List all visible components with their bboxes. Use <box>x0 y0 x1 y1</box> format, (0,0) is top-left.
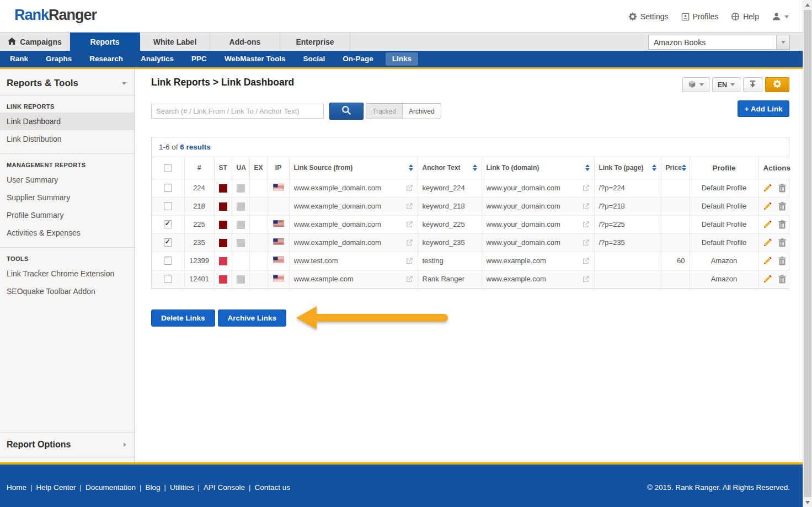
sidebar-report-options[interactable]: Report Options <box>0 432 134 457</box>
subnav-item-on-page[interactable]: On-Page <box>334 51 382 67</box>
external-link-icon[interactable] <box>583 202 590 210</box>
sidebar-item-activities-expenses[interactable]: Activities & Expenses <box>0 224 134 242</box>
select-all-checkbox[interactable] <box>164 164 172 172</box>
external-link-icon[interactable] <box>406 257 413 264</box>
edit-pencil-icon[interactable] <box>763 184 772 192</box>
footer-link-utilities[interactable]: Utilities <box>170 483 194 492</box>
profiles-button[interactable]: Profiles <box>681 12 719 21</box>
external-link-icon[interactable] <box>406 239 413 246</box>
sort-arrows[interactable] <box>409 164 413 171</box>
archive-links-button[interactable]: Archive Links <box>218 309 287 327</box>
subnav-item-graphs[interactable]: Graphs <box>37 51 81 67</box>
column-header-link-to-domain[interactable]: Link To (domain) <box>482 157 594 179</box>
link-text[interactable]: www.your_domain.com <box>487 184 560 192</box>
subnav-item-research[interactable]: Research <box>81 51 132 67</box>
external-link-icon[interactable] <box>406 202 413 210</box>
download-button[interactable] <box>743 77 762 92</box>
sidebar-title-reports-and-tools[interactable]: Reports & Tools <box>0 69 134 95</box>
external-link-icon[interactable] <box>406 184 413 191</box>
row-checkbox[interactable] <box>164 202 172 210</box>
campaign-selector[interactable]: Amazon Books <box>648 35 790 50</box>
link-text[interactable]: www.example_domain.com <box>294 184 381 192</box>
link-text[interactable]: www.example_domain.com <box>294 220 381 228</box>
row-checkbox[interactable] <box>164 238 172 247</box>
link-text[interactable]: www.your_domain.com <box>487 220 560 228</box>
trash-icon[interactable] <box>778 184 786 193</box>
sidebar-item-link-distribution[interactable]: Link Distribution <box>0 130 134 148</box>
tab-campaigns[interactable]: Campaigns <box>0 33 70 51</box>
link-text[interactable]: www.example.com <box>487 257 546 265</box>
sidebar-item-user-summary[interactable]: User Summary <box>0 171 134 189</box>
link-text[interactable]: www.your_domain.com <box>487 202 560 210</box>
delete-links-button[interactable]: Delete Links <box>151 309 215 327</box>
link-text[interactable]: www.example.com <box>487 275 546 283</box>
link-text[interactable]: www.example_domain.com <box>294 202 381 210</box>
external-link-icon[interactable] <box>583 275 590 282</box>
edit-pencil-icon[interactable] <box>763 202 772 210</box>
tab-reports[interactable]: Reports <box>70 33 140 51</box>
tab-white-label[interactable]: White Label <box>140 33 210 51</box>
external-link-icon[interactable] <box>406 275 413 282</box>
search-button[interactable] <box>329 103 364 120</box>
sort-arrows[interactable] <box>652 164 656 171</box>
footer-link-api-console[interactable]: API Console <box>204 483 245 492</box>
footer-link-documentation[interactable]: Documentation <box>86 483 136 492</box>
edit-pencil-icon[interactable] <box>763 257 772 265</box>
external-link-icon[interactable] <box>583 239 590 246</box>
link-text[interactable]: www.example.com <box>294 275 354 283</box>
sort-arrows[interactable] <box>585 164 590 171</box>
link-text[interactable]: www.your_domain.com <box>487 238 560 247</box>
column-header-anchor-text[interactable]: Anchor Text <box>418 157 482 179</box>
vertical-scrollbar[interactable] <box>803 0 812 507</box>
row-checkbox[interactable] <box>164 184 172 192</box>
archived-toggle-button[interactable]: Archived <box>403 104 441 119</box>
search-input[interactable] <box>151 104 324 119</box>
sidebar-item-seoquake-toolbar-addon[interactable]: SEOquake Toolbar Addon <box>0 282 134 300</box>
sidebar-item-link-dashboard[interactable]: Link Dashboard <box>0 113 134 130</box>
trash-icon[interactable] <box>778 238 786 247</box>
trash-icon[interactable] <box>778 257 786 265</box>
edit-pencil-icon[interactable] <box>763 275 772 283</box>
row-checkbox[interactable] <box>164 257 172 265</box>
trash-icon[interactable] <box>778 275 786 284</box>
row-checkbox[interactable] <box>164 275 172 283</box>
app-logo[interactable]: RankRanger <box>14 7 97 24</box>
export-menu-button[interactable] <box>682 77 709 92</box>
column-header-link-to-page[interactable]: Link To (page) <box>594 157 661 179</box>
edit-pencil-icon[interactable] <box>763 220 772 228</box>
trash-icon[interactable] <box>778 202 786 211</box>
footer-link-home[interactable]: Home <box>7 483 26 492</box>
trash-icon[interactable] <box>778 220 786 229</box>
footer-link-blog[interactable]: Blog <box>145 483 160 492</box>
subnav-item-webmaster-tools[interactable]: WebMaster Tools <box>216 51 295 67</box>
user-menu-button[interactable] <box>772 12 789 21</box>
sidebar-item-supplier-summary[interactable]: Supplier Summary <box>0 189 134 206</box>
column-header-link-source-from[interactable]: Link Source (from) <box>289 157 418 179</box>
subnav-item-rank[interactable]: Rank <box>1 51 37 67</box>
link-text[interactable]: www.example_domain.com <box>294 238 381 247</box>
external-link-icon[interactable] <box>583 221 590 228</box>
subnav-item-social[interactable]: Social <box>294 51 334 67</box>
language-selector-button[interactable]: EN <box>712 77 740 92</box>
add-link-button[interactable]: + Add Link <box>738 100 789 117</box>
footer-link-contact-us[interactable]: Contact us <box>255 483 291 492</box>
row-checkbox[interactable] <box>164 220 172 228</box>
footer-link-help-center[interactable]: Help Center <box>36 483 76 492</box>
scrollbar-thumb[interactable] <box>804 10 811 497</box>
help-button[interactable]: Help <box>731 12 759 21</box>
subnav-item-links[interactable]: Links <box>386 52 418 66</box>
tab-enterprise[interactable]: Enterprise <box>280 33 350 51</box>
sort-arrows[interactable] <box>682 164 686 171</box>
subnav-item-ppc[interactable]: PPC <box>183 51 216 67</box>
column-header-price[interactable]: Price <box>661 157 690 179</box>
tracked-toggle-button[interactable]: Tracked <box>366 104 403 119</box>
scroll-up-arrow[interactable] <box>803 0 812 9</box>
edit-pencil-icon[interactable] <box>763 238 772 247</box>
external-link-icon[interactable] <box>406 221 413 228</box>
link-text[interactable]: www.test.com <box>294 257 338 265</box>
sidebar-item-profile-summary[interactable]: Profile Summary <box>0 206 134 224</box>
external-link-icon[interactable] <box>583 257 590 264</box>
settings-button[interactable]: Settings <box>628 12 669 21</box>
external-link-icon[interactable] <box>583 184 590 191</box>
scroll-down-arrow[interactable] <box>803 498 812 507</box>
